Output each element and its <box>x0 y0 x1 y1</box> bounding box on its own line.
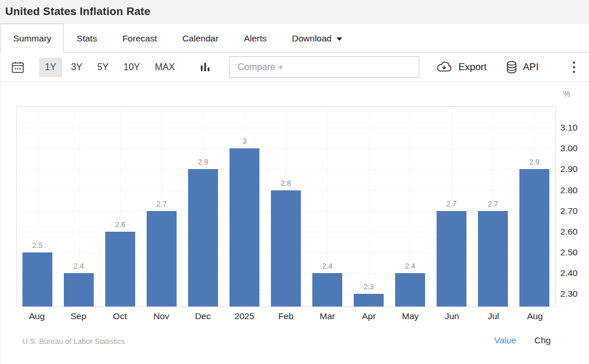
column-chart-icon <box>200 61 211 73</box>
api-button[interactable]: API <box>506 60 538 74</box>
tab-forecast[interactable]: Forecast <box>110 24 170 53</box>
bar-column: 2.3 <box>348 107 389 306</box>
chart-toolbar: 1Y3Y5Y10YMAX Export API <box>0 53 589 82</box>
bar[interactable] <box>64 273 94 306</box>
bar-column: 2.7 <box>472 107 514 306</box>
bar-value-label: 2.7 <box>141 200 182 208</box>
bar-column: 3 <box>224 107 265 306</box>
bar-column: 2.8 <box>265 107 307 306</box>
bar[interactable] <box>188 169 218 306</box>
bar-value-label: 2.5 <box>17 241 58 250</box>
caret-down-icon <box>336 37 342 41</box>
database-icon <box>506 60 518 74</box>
bar[interactable] <box>230 148 259 306</box>
x-axis-label: Jul <box>473 311 514 321</box>
export-label: Export <box>458 62 487 73</box>
legend-value-toggle[interactable]: Value <box>494 335 517 346</box>
bar-column: 2.7 <box>431 107 472 306</box>
bar[interactable] <box>105 232 135 306</box>
x-axis-label: Jun <box>431 311 473 321</box>
x-axis-label: Feb <box>265 311 307 321</box>
calendar-icon <box>11 60 25 74</box>
range-1y-button[interactable]: 1Y <box>39 58 62 77</box>
y-axis-unit: % <box>563 89 570 98</box>
x-axis-label: Aug <box>514 311 556 321</box>
bar-column: 2.4 <box>389 107 431 306</box>
bar[interactable] <box>22 252 52 306</box>
bar-column: 2.6 <box>100 107 141 306</box>
y-axis-tick: 2.40 <box>560 267 588 278</box>
bar-column: 2.5 <box>17 107 58 306</box>
api-label: API <box>523 62 538 73</box>
bar-column: 2.9 <box>182 107 224 306</box>
range-10y-button[interactable]: 10Y <box>118 58 146 77</box>
y-axis-tick: 2.30 <box>560 288 588 299</box>
bar[interactable] <box>354 294 384 306</box>
range-3y-button[interactable]: 3Y <box>66 58 89 77</box>
chart-type-button[interactable] <box>200 61 211 73</box>
bar-value-label: 2.9 <box>514 158 555 166</box>
compare-input[interactable] <box>230 56 419 78</box>
x-axis-label: 2025 <box>224 311 265 321</box>
gridline <box>17 128 555 128</box>
bar[interactable] <box>312 273 342 306</box>
gridline <box>17 169 555 170</box>
bar-value-label: 2.4 <box>389 262 431 270</box>
bar[interactable] <box>478 211 508 306</box>
y-axis-tick: 3.10 <box>560 122 588 133</box>
bar-column: 2.9 <box>514 107 555 306</box>
bar-column: 2.7 <box>141 107 182 306</box>
plot-area: 2.52.42.62.72.932.82.42.32.42.72.72.9 <box>16 106 556 307</box>
bar-value-label: 2.3 <box>348 282 389 291</box>
bar[interactable] <box>519 169 549 306</box>
bar[interactable] <box>395 273 425 306</box>
x-axis-label: Mar <box>307 311 348 321</box>
x-axis-label: Nov <box>140 311 182 321</box>
x-axis-label: Oct <box>99 311 140 321</box>
x-axis-label: Aug <box>16 311 58 321</box>
title-bar: United States Inflation Rate <box>0 0 589 24</box>
more-options-button[interactable] <box>572 61 576 74</box>
bar[interactable] <box>437 211 466 306</box>
legend-chg-toggle[interactable]: Chg <box>534 335 550 346</box>
range-5y-button[interactable]: 5Y <box>91 58 114 77</box>
tab-alerts[interactable]: Alerts <box>231 24 280 53</box>
calendar-date-range-button[interactable] <box>11 60 25 74</box>
bar-value-label: 3 <box>224 137 265 145</box>
y-axis-tick: 3.00 <box>560 143 588 154</box>
range-selector: 1Y3Y5Y10YMAX <box>39 58 184 77</box>
bar-value-label: 2.8 <box>265 179 307 187</box>
x-axis-label: Sep <box>58 311 99 321</box>
tab-summary[interactable]: Summary <box>1 24 64 53</box>
x-axis-label: Apr <box>348 311 389 321</box>
bar[interactable] <box>147 211 177 306</box>
range-max-button[interactable]: MAX <box>149 58 181 77</box>
tab-calendar[interactable]: Calendar <box>170 24 231 53</box>
bar-value-label: 2.7 <box>431 200 472 208</box>
y-axis-tick: 2.90 <box>560 163 588 174</box>
y-axis-tick: 2.80 <box>560 185 588 196</box>
tab-bar: Summary Stats Forecast Calendar Alerts D… <box>0 24 589 53</box>
gridline <box>17 148 555 149</box>
tab-download[interactable]: Download <box>280 24 355 53</box>
chart-area: % 2.52.42.62.72.932.82.42.32.42.72.72.9 … <box>0 82 589 364</box>
tab-download-label: Download <box>292 33 332 44</box>
export-button[interactable]: Export <box>435 60 487 74</box>
bar-series: 2.52.42.62.72.932.82.42.32.42.72.72.9 <box>17 107 555 306</box>
page-title: United States Inflation Rate <box>5 5 151 18</box>
y-axis-tick: 2.70 <box>560 205 588 216</box>
x-axis-label: Dec <box>182 311 224 321</box>
y-axis-tick: 2.50 <box>560 247 588 258</box>
y-axis-tick: 2.60 <box>560 226 588 237</box>
bar[interactable] <box>271 190 301 306</box>
bar-value-label: 2.9 <box>182 158 224 166</box>
source-attribution: U.S. Bureau of Labor Statistics <box>22 337 125 346</box>
kebab-menu-icon <box>572 61 576 74</box>
tab-stats[interactable]: Stats <box>64 24 109 53</box>
cloud-download-icon <box>435 60 453 74</box>
bar-column: 2.4 <box>58 107 100 306</box>
x-axis-label: May <box>389 311 431 321</box>
x-axis-labels: AugSepOctNovDec2025FebMarAprMayJunJulAug <box>16 311 556 321</box>
bar-value-label: 2.4 <box>307 262 348 270</box>
bar-value-label: 2.7 <box>472 200 514 208</box>
